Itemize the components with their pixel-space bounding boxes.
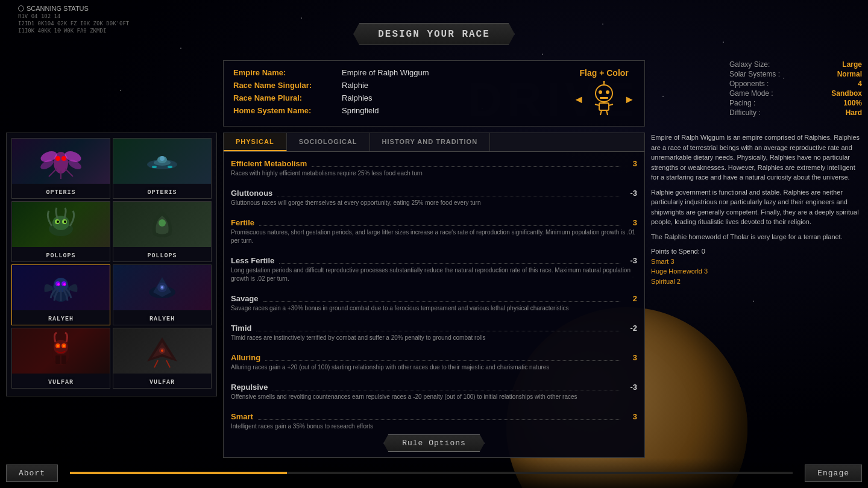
opponents-value: 4 (858, 80, 862, 88)
pacing-value: 100% (843, 99, 862, 107)
race-panel: OPTERIS OPTERIS (6, 133, 217, 396)
svg-point-28 (52, 216, 69, 230)
opteris-ship-bg (113, 139, 211, 184)
race-card-pollops[interactable]: POLLOPS (11, 201, 110, 262)
trait-item[interactable]: Alluring 3 Alluring races gain a +20 (ou… (231, 351, 637, 374)
difficulty-value: Hard (846, 108, 862, 117)
flag-prev-button[interactable]: ◄ (573, 93, 584, 106)
ralyeh-ship-bg (113, 265, 211, 310)
race-card-pollops-ship[interactable]: POLLOPS (113, 201, 212, 262)
svg-rect-6 (599, 103, 609, 110)
trait-name: Smart (231, 412, 253, 421)
trait-desc: Offensive smells and revolting countenan… (231, 393, 637, 401)
svg-line-10 (606, 110, 608, 115)
pollops-ship-bg (113, 202, 211, 247)
trait-item[interactable]: Fertile 3 Promiscuous natures, short ges… (231, 216, 637, 248)
trait-dots (279, 258, 620, 264)
trait-name: Less Fertile (231, 256, 274, 265)
points-label: Points to Spend: 0 (651, 246, 862, 257)
svg-point-49 (63, 345, 65, 347)
engage-button[interactable]: Engage (805, 465, 862, 482)
vulfar-row: VULFAR VULFAR (11, 328, 212, 389)
race-card-vulfar[interactable]: VULFAR (11, 328, 110, 389)
trait-desc: Gluttonous races will gorge themselves a… (231, 199, 637, 207)
race-card-ralyeh-ship[interactable]: RALYEH (113, 264, 212, 325)
race-plural-value: Ralphies (342, 93, 373, 102)
desc-para3: The Ralphie homeworld of Tholar is very … (651, 232, 862, 242)
trait-name: Efficient Metabolism (231, 159, 307, 168)
race-card-ralyeh[interactable]: RALYEH (11, 264, 110, 325)
svg-point-0 (596, 85, 612, 102)
empire-name-value: Empire of Ralph Wiggum (342, 68, 429, 77)
scanning-data-3: I1I0K 40KK 10 W0K FA0 ZKMDI (18, 28, 129, 34)
trait-value: -3 (625, 256, 637, 265)
vulfar-ship-bg (113, 328, 211, 374)
solar-systems-row: Solar Systems : Normal (729, 70, 862, 78)
trait-item[interactable]: Savage 2 Savage races gain a +30% bonus … (231, 292, 637, 315)
trait-name: Fertile (231, 218, 254, 227)
solar-systems-label: Solar Systems : (729, 70, 780, 78)
svg-point-17 (61, 156, 66, 161)
galaxy-size-label: Galaxy Size: (729, 60, 770, 69)
trait-name: Gluttonous (231, 189, 272, 198)
tab-sociological[interactable]: SOCIOLOGICAL (287, 133, 370, 151)
svg-point-24 (160, 156, 165, 161)
pollops-ship-svg (141, 205, 183, 244)
race-card-vulfar-ship[interactable]: VULFAR (113, 328, 212, 389)
empire-name-label: Empire Name: (233, 68, 342, 77)
svg-point-33 (159, 219, 166, 227)
svg-point-2 (606, 90, 609, 94)
race-card-opteris-ship[interactable]: OPTERIS (113, 138, 212, 199)
trait-value: -3 (625, 189, 637, 198)
trait-desc: Intelligent races gain a 35% bonus to re… (231, 422, 637, 431)
traits-panel: PHYSICAL SOCIOLOGICAL HISTORY AND TRADIT… (223, 133, 645, 458)
race-singular-value: Ralphie (342, 81, 368, 90)
trait-name: Timid (231, 324, 251, 333)
trait-spiritual: Spiritual 2 (651, 277, 862, 287)
svg-line-18 (49, 169, 57, 177)
trait-value: 3 (625, 353, 637, 362)
scanning-status-panel: SCANNING STATUS R1V 04 102 14 I2ID1 0K10… (18, 5, 129, 34)
abort-button[interactable]: Abort (6, 465, 58, 482)
trait-value: 3 (625, 218, 637, 227)
trait-item[interactable]: Repulsive -3 Offensive smells and revolt… (231, 380, 637, 404)
svg-line-54 (154, 360, 158, 368)
tab-physical[interactable]: PHYSICAL (224, 133, 287, 151)
traits-tabs: PHYSICAL SOCIOLOGICAL HISTORY AND TRADIT… (224, 133, 644, 152)
svg-point-43 (161, 286, 163, 289)
trait-desc: Promiscuous natures, short gestation per… (231, 228, 637, 245)
rule-options-button[interactable]: Rule Options (383, 434, 485, 452)
svg-line-55 (166, 360, 170, 368)
main-title-text: DESIGN YOUR RACE (378, 29, 490, 40)
trait-dots (277, 190, 620, 196)
flag-icon (589, 81, 619, 117)
svg-line-9 (600, 110, 602, 115)
trait-item[interactable]: Less Fertile -3 Long gestation periods a… (231, 254, 637, 286)
flag-label: Flag + Color (573, 68, 635, 78)
trait-item[interactable]: Smart 3 Intelligent races gain a 35% bon… (231, 410, 637, 433)
opteris-ship-svg (141, 142, 183, 181)
trait-item[interactable]: Gluttonous -3 Gluttonous races will gorg… (231, 186, 637, 210)
trait-name: Repulsive (231, 383, 268, 392)
pacing-label: Pacing : (729, 99, 755, 107)
opponents-label: Opponents : (729, 80, 769, 88)
svg-point-38 (57, 283, 60, 286)
difficulty-row: Difficulty : Hard (729, 108, 862, 117)
flag-next-button[interactable]: ► (624, 93, 635, 106)
game-mode-value: Sandbox (831, 89, 862, 98)
svg-line-20 (65, 169, 73, 177)
trait-item[interactable]: Efficient Metabolism 3 Races with highly… (231, 157, 637, 180)
scanning-data-2: I2ID1 0K104 02K FZ I0K Z0K D0K'0FT (18, 20, 129, 27)
trait-homeworld: Huge Homeworld 3 (651, 266, 862, 277)
trait-smart: Smart 3 (651, 257, 862, 267)
race-card-opteris[interactable]: OPTERIS (11, 138, 110, 199)
trait-dots (263, 296, 620, 302)
trait-item[interactable]: Timid -2 Timid races are instinctively t… (231, 321, 637, 345)
opteris-svg (40, 142, 82, 181)
vulfar-creature-bg (12, 328, 110, 374)
difficulty-label: Difficulty : (729, 108, 761, 117)
tab-history[interactable]: HISTORY AND TRADITION (370, 133, 491, 151)
game-info-panel: Galaxy Size: Large Solar Systems : Norma… (729, 60, 862, 118)
race-plural-row: Race Name Plural: Ralphies (233, 93, 429, 102)
pollops-row: POLLOPS POLLOPS (11, 201, 212, 262)
